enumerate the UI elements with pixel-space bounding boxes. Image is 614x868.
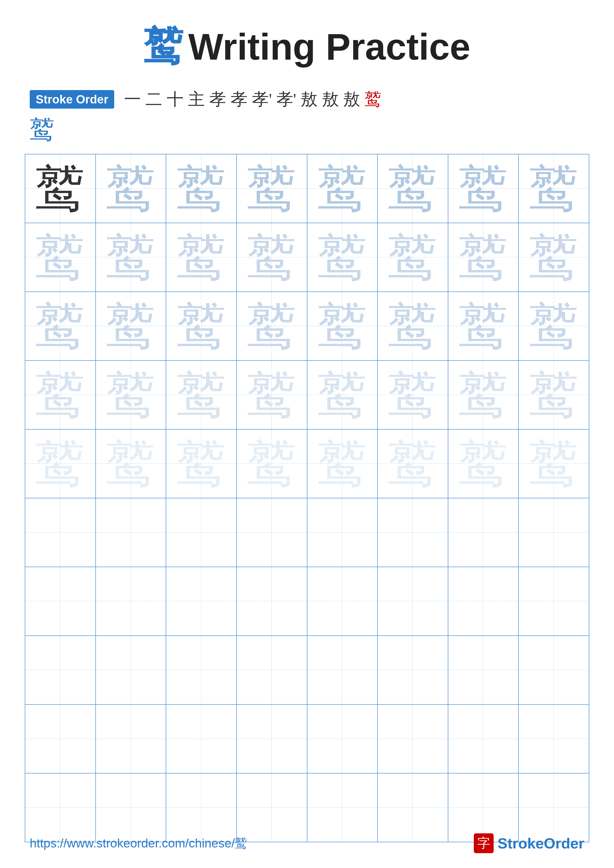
grid-cell[interactable] — [25, 567, 96, 636]
char-cell: 鹫 — [247, 230, 297, 285]
grid-cell[interactable]: 鹫 — [448, 223, 519, 292]
char-cell: 鹫 — [36, 230, 85, 285]
big-char-display: 鹫 — [0, 113, 614, 146]
grid-cell[interactable] — [518, 567, 589, 636]
grid-cell[interactable] — [166, 704, 236, 773]
footer-url[interactable]: https://www.strokeorder.com/chinese/鹫 — [30, 835, 247, 852]
grid-cell[interactable] — [166, 636, 236, 704]
grid-cell[interactable]: 鹫 — [166, 154, 236, 223]
grid-cell[interactable]: 鹫 — [307, 429, 378, 498]
grid-cell[interactable] — [236, 773, 307, 842]
grid-cell[interactable]: 鹫 — [166, 223, 236, 292]
grid-cell[interactable] — [518, 773, 589, 842]
grid-cell[interactable]: 鹫 — [307, 154, 378, 223]
grid-cell[interactable] — [307, 498, 378, 567]
stroke-8: 孝' — [277, 88, 296, 111]
grid-cell[interactable]: 鹫 — [307, 292, 378, 361]
grid-cell[interactable]: 鹫 — [166, 292, 236, 361]
big-char: 鹫 — [30, 116, 54, 143]
grid-cell[interactable]: 鹫 — [25, 429, 96, 498]
grid-cell[interactable] — [448, 773, 519, 842]
grid-cell[interactable] — [307, 636, 378, 704]
grid-cell[interactable]: 鹫 — [166, 361, 236, 429]
grid-cell[interactable] — [96, 704, 166, 773]
grid-cell[interactable] — [378, 567, 448, 636]
grid-cell[interactable]: 鹫 — [448, 154, 519, 223]
grid-cell[interactable]: 鹫 — [518, 223, 589, 292]
grid-cell[interactable] — [378, 704, 448, 773]
grid-cell[interactable] — [96, 498, 166, 567]
table-row — [25, 636, 589, 704]
grid-cell[interactable] — [307, 773, 378, 842]
char-cell: 鹫 — [529, 436, 578, 491]
grid-cell[interactable]: 鹫 — [96, 223, 166, 292]
grid-cell[interactable]: 鹫 — [448, 429, 519, 498]
grid-cell[interactable]: 鹫 — [378, 292, 448, 361]
char-cell: 鹫 — [106, 436, 155, 491]
grid-cell[interactable] — [378, 636, 448, 704]
grid-cell[interactable] — [378, 773, 448, 842]
grid-cell[interactable]: 鹫 — [25, 154, 96, 223]
grid-cell[interactable]: 鹫 — [25, 292, 96, 361]
grid-cell[interactable] — [448, 498, 519, 567]
grid-cell[interactable]: 鹫 — [378, 429, 448, 498]
grid-cell[interactable]: 鹫 — [236, 429, 307, 498]
char-cell: 鹫 — [36, 299, 85, 353]
grid-cell[interactable]: 鹫 — [236, 361, 307, 429]
grid-cell[interactable]: 鹫 — [518, 429, 589, 498]
footer: https://www.strokeorder.com/chinese/鹫 字 … — [0, 833, 614, 853]
grid-cell[interactable] — [25, 636, 96, 704]
grid-cell[interactable]: 鹫 — [518, 361, 589, 429]
grid-cell[interactable]: 鹫 — [378, 361, 448, 429]
char-cell: 鹫 — [459, 230, 508, 285]
grid-cell[interactable] — [166, 498, 236, 567]
grid-cell[interactable]: 鹫 — [518, 292, 589, 361]
grid-cell[interactable] — [166, 773, 236, 842]
grid-cell[interactable]: 鹫 — [236, 154, 307, 223]
grid-cell[interactable]: 鹫 — [96, 292, 166, 361]
grid-cell[interactable] — [448, 567, 519, 636]
page-title: 鹫Writing Practice — [0, 0, 614, 88]
grid-cell[interactable]: 鹫 — [307, 361, 378, 429]
grid-cell[interactable] — [236, 704, 307, 773]
grid-cell[interactable] — [25, 773, 96, 842]
grid-cell[interactable]: 鹫 — [96, 154, 166, 223]
grid-cell[interactable]: 鹫 — [25, 223, 96, 292]
grid-cell[interactable] — [236, 498, 307, 567]
grid-cell[interactable] — [518, 636, 589, 704]
grid-cell[interactable] — [378, 498, 448, 567]
char-cell: 鹫 — [177, 436, 226, 491]
grid-cell[interactable]: 鹫 — [236, 292, 307, 361]
grid-cell[interactable]: 鹫 — [236, 223, 307, 292]
grid-cell[interactable] — [25, 704, 96, 773]
grid-cell[interactable]: 鹫 — [307, 223, 378, 292]
grid-cell[interactable]: 鹫 — [166, 429, 236, 498]
grid-cell[interactable]: 鹫 — [448, 361, 519, 429]
grid-cell[interactable] — [448, 636, 519, 704]
char-cell: 鹫 — [36, 367, 85, 422]
grid-cell[interactable] — [518, 498, 589, 567]
grid-cell[interactable] — [25, 498, 96, 567]
grid-cell[interactable]: 鹫 — [378, 223, 448, 292]
grid-cell[interactable]: 鹫 — [96, 361, 166, 429]
grid-cell[interactable] — [518, 704, 589, 773]
grid-cell[interactable] — [96, 773, 166, 842]
grid-cell[interactable] — [96, 567, 166, 636]
stroke-9: 敖 — [301, 88, 317, 111]
char-cell: 鹫 — [317, 161, 367, 216]
grid-cell[interactable] — [307, 567, 378, 636]
grid-cell[interactable] — [166, 567, 236, 636]
grid-cell[interactable]: 鹫 — [25, 361, 96, 429]
grid-cell[interactable]: 鹫 — [518, 154, 589, 223]
grid-cell[interactable] — [448, 704, 519, 773]
char-cell: 鹫 — [529, 299, 578, 353]
logo-char: 字 — [477, 835, 490, 852]
grid-cell[interactable]: 鹫 — [96, 429, 166, 498]
grid-cell[interactable] — [307, 704, 378, 773]
grid-cell[interactable] — [236, 567, 307, 636]
grid-cell[interactable]: 鹫 — [448, 292, 519, 361]
grid-cell[interactable] — [96, 636, 166, 704]
grid-cell[interactable] — [236, 636, 307, 704]
char-cell: 鹫 — [247, 367, 297, 422]
grid-cell[interactable]: 鹫 — [378, 154, 448, 223]
